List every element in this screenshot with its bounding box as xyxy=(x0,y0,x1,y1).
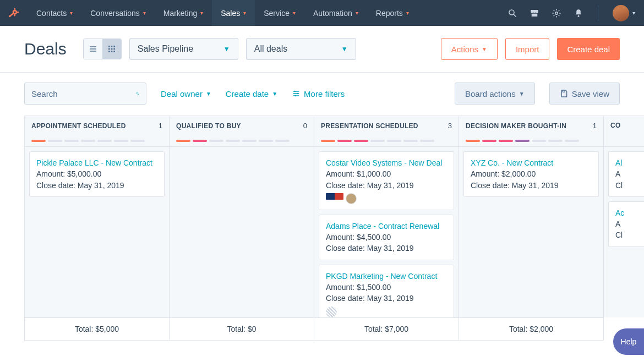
caret-down-icon: ▼ xyxy=(206,91,211,97)
svg-rect-16 xyxy=(113,48,115,50)
stage-segment xyxy=(209,140,223,142)
search-icon xyxy=(136,89,139,98)
svg-rect-25 xyxy=(563,90,565,92)
deal-owner-filter[interactable]: Deal owner▼ xyxy=(161,89,211,98)
chevron-down-icon: ▾ xyxy=(143,10,146,16)
hubspot-logo[interactable] xyxy=(0,7,28,19)
stage-segment xyxy=(354,140,368,142)
deal-card[interactable]: PKGD Marketing - New ContractAmount: $1,… xyxy=(319,265,454,317)
nav-item-marketing[interactable]: Marketing▾ xyxy=(155,0,212,26)
chevron-down-icon: ▾ xyxy=(70,10,73,16)
deal-card[interactable]: AcACl xyxy=(608,201,644,247)
gear-icon[interactable] xyxy=(552,8,561,18)
column-title: QUALIFIED TO BUY xyxy=(176,122,241,130)
column-header: PRESENTATION SCHEDULED3 xyxy=(314,116,459,147)
stage-segment xyxy=(114,140,128,142)
deal-card[interactable]: AlACl xyxy=(608,151,644,197)
column-body[interactable] xyxy=(170,147,314,317)
stage-segment xyxy=(565,140,579,142)
svg-point-6 xyxy=(509,10,514,15)
account-menu[interactable]: ▾ xyxy=(613,5,635,21)
board-actions-button[interactable]: Board actions▼ xyxy=(455,83,535,105)
column-total: Total: $7,000 xyxy=(314,317,459,341)
svg-rect-12 xyxy=(111,46,112,47)
column-body[interactable]: Pickle Palace LLC - New ContractAmount: … xyxy=(25,147,169,317)
deal-title: Al xyxy=(615,157,641,168)
deal-title: Costar Video Systems - New Deal xyxy=(326,157,447,168)
nav-item-service[interactable]: Service▾ xyxy=(255,0,304,26)
board-column: QUALIFIED TO BUY0Total: $0 xyxy=(169,116,314,341)
import-button[interactable]: Import xyxy=(505,38,550,60)
stage-segment xyxy=(466,140,480,142)
deal-avatars xyxy=(326,306,447,317)
svg-rect-17 xyxy=(108,51,110,52)
column-body[interactable]: Costar Video Systems - New DealAmount: $… xyxy=(314,147,459,317)
deal-title: Ac xyxy=(615,207,641,218)
save-view-button[interactable]: Save view xyxy=(549,83,620,105)
nav-item-sales[interactable]: Sales▾ xyxy=(212,0,255,26)
caret-down-icon: ▼ xyxy=(482,46,487,52)
svg-rect-18 xyxy=(111,51,112,52)
column-title: DECISION MAKER BOUGHT-IN xyxy=(466,122,566,130)
deal-card[interactable]: Costar Video Systems - New DealAmount: $… xyxy=(319,151,454,210)
stage-segment xyxy=(242,140,256,142)
column-count: 3 xyxy=(448,122,452,130)
avatar xyxy=(613,5,629,21)
chevron-down-icon: ▾ xyxy=(293,10,296,16)
stage-segment xyxy=(259,140,273,142)
more-filters-button[interactable]: More filters xyxy=(292,89,345,98)
search-icon[interactable] xyxy=(507,8,517,18)
filter-select[interactable]: All deals▼ xyxy=(246,38,356,60)
header: Deals Sales Pipeline▼ All deals▼ Actions… xyxy=(0,26,644,73)
top-nav: Contacts▾ Conversations▾ Marketing▾ Sale… xyxy=(0,0,644,26)
nav-item-automation[interactable]: Automation▾ xyxy=(304,0,367,26)
deal-title: XYZ Co. - New Contract xyxy=(471,157,592,168)
column-count: 0 xyxy=(303,122,307,130)
svg-rect-14 xyxy=(108,48,110,50)
svg-point-5 xyxy=(9,15,11,17)
deal-title: Pickle Palace LLC - New Contract xyxy=(36,157,157,168)
create-date-filter[interactable]: Create date▼ xyxy=(226,89,277,98)
stage-segment xyxy=(499,140,513,142)
company-logo-icon xyxy=(326,193,343,200)
column-count: 1 xyxy=(593,122,597,130)
column-header: DECISION MAKER BOUGHT-IN1 xyxy=(459,116,603,147)
actions-button[interactable]: Actions▼ xyxy=(441,38,498,60)
stage-segment xyxy=(321,140,335,142)
marketplace-icon[interactable] xyxy=(530,8,539,18)
nav-item-contacts[interactable]: Contacts▾ xyxy=(28,0,81,26)
chevron-down-icon: ▾ xyxy=(200,10,203,16)
nav-item-conversations[interactable]: Conversations▾ xyxy=(81,0,155,26)
deal-close-date: Cl xyxy=(615,180,641,191)
deal-close-date: Cl xyxy=(615,229,641,240)
svg-point-23 xyxy=(297,93,298,95)
column-header: APPOINTMENT SCHEDULED1 xyxy=(25,116,169,147)
deal-card[interactable]: XYZ Co. - New ContractAmount: $2,000.00C… xyxy=(463,151,599,197)
board-column: PRESENTATION SCHEDULED3Costar Video Syst… xyxy=(314,116,459,341)
board-view-button[interactable] xyxy=(102,39,121,59)
help-button[interactable]: Help xyxy=(613,328,644,355)
deal-amount: Amount: $1,500.00 xyxy=(326,282,447,293)
deal-card[interactable]: Adams Place - Contract RenewalAmount: $4… xyxy=(319,215,454,260)
pipeline-select[interactable]: Sales Pipeline▼ xyxy=(129,38,238,60)
column-header: CO xyxy=(604,116,644,147)
save-icon xyxy=(560,89,569,98)
deal-amount: Amount: $2,000.00 xyxy=(471,168,592,179)
nav-item-reports[interactable]: Reports▾ xyxy=(367,0,418,26)
list-view-button[interactable] xyxy=(84,39,102,59)
board: APPOINTMENT SCHEDULED1Pickle Palace LLC … xyxy=(24,116,644,341)
deal-card[interactable]: Pickle Palace LLC - New ContractAmount: … xyxy=(29,151,165,197)
column-body[interactable]: AlAClAcACl xyxy=(604,147,644,317)
stage-progress xyxy=(321,140,452,142)
board-column: APPOINTMENT SCHEDULED1Pickle Palace LLC … xyxy=(24,116,169,341)
search-box[interactable] xyxy=(24,83,146,105)
stage-segment xyxy=(193,140,207,142)
bell-icon[interactable] xyxy=(574,8,583,18)
stage-segment xyxy=(515,140,530,142)
svg-rect-11 xyxy=(108,46,110,47)
create-deal-button[interactable]: Create deal xyxy=(557,38,620,60)
svg-line-21 xyxy=(138,94,139,95)
column-body[interactable]: XYZ Co. - New ContractAmount: $2,000.00C… xyxy=(459,147,603,317)
column-title: PRESENTATION SCHEDULED xyxy=(321,122,418,130)
search-input[interactable] xyxy=(31,89,136,98)
